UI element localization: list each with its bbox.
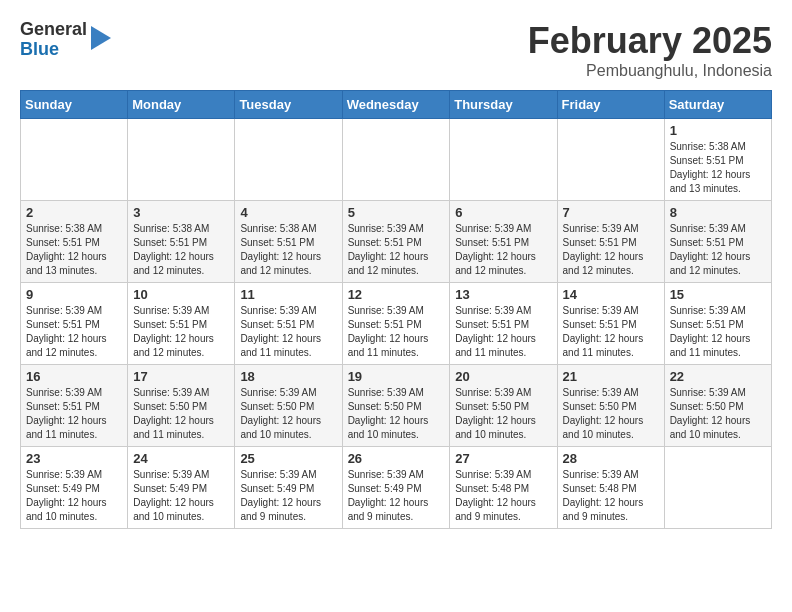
logo-general: General <box>20 20 87 40</box>
day-info: Sunrise: 5:38 AM Sunset: 5:51 PM Dayligh… <box>670 140 766 196</box>
calendar-cell: 3Sunrise: 5:38 AM Sunset: 5:51 PM Daylig… <box>128 201 235 283</box>
calendar-cell: 20Sunrise: 5:39 AM Sunset: 5:50 PM Dayli… <box>450 365 557 447</box>
calendar-cell: 24Sunrise: 5:39 AM Sunset: 5:49 PM Dayli… <box>128 447 235 529</box>
calendar-cell <box>557 119 664 201</box>
day-number: 22 <box>670 369 766 384</box>
day-info: Sunrise: 5:39 AM Sunset: 5:50 PM Dayligh… <box>240 386 336 442</box>
calendar-cell: 19Sunrise: 5:39 AM Sunset: 5:50 PM Dayli… <box>342 365 450 447</box>
day-info: Sunrise: 5:39 AM Sunset: 5:51 PM Dayligh… <box>670 222 766 278</box>
day-number: 2 <box>26 205 122 220</box>
day-number: 17 <box>133 369 229 384</box>
calendar-cell <box>128 119 235 201</box>
calendar-cell: 18Sunrise: 5:39 AM Sunset: 5:50 PM Dayli… <box>235 365 342 447</box>
day-number: 7 <box>563 205 659 220</box>
logo-text: General Blue <box>20 20 87 60</box>
calendar-table: SundayMondayTuesdayWednesdayThursdayFrid… <box>20 90 772 529</box>
day-number: 23 <box>26 451 122 466</box>
day-info: Sunrise: 5:39 AM Sunset: 5:50 PM Dayligh… <box>670 386 766 442</box>
day-number: 12 <box>348 287 445 302</box>
calendar-weekday-friday: Friday <box>557 91 664 119</box>
day-number: 18 <box>240 369 336 384</box>
day-info: Sunrise: 5:39 AM Sunset: 5:49 PM Dayligh… <box>133 468 229 524</box>
day-info: Sunrise: 5:39 AM Sunset: 5:51 PM Dayligh… <box>348 222 445 278</box>
calendar-week-row: 9Sunrise: 5:39 AM Sunset: 5:51 PM Daylig… <box>21 283 772 365</box>
day-info: Sunrise: 5:39 AM Sunset: 5:50 PM Dayligh… <box>348 386 445 442</box>
day-number: 6 <box>455 205 551 220</box>
day-number: 15 <box>670 287 766 302</box>
calendar-cell: 10Sunrise: 5:39 AM Sunset: 5:51 PM Dayli… <box>128 283 235 365</box>
day-number: 24 <box>133 451 229 466</box>
calendar-cell: 21Sunrise: 5:39 AM Sunset: 5:50 PM Dayli… <box>557 365 664 447</box>
day-number: 20 <box>455 369 551 384</box>
calendar-cell: 26Sunrise: 5:39 AM Sunset: 5:49 PM Dayli… <box>342 447 450 529</box>
calendar-cell: 11Sunrise: 5:39 AM Sunset: 5:51 PM Dayli… <box>235 283 342 365</box>
calendar-week-row: 1Sunrise: 5:38 AM Sunset: 5:51 PM Daylig… <box>21 119 772 201</box>
day-info: Sunrise: 5:39 AM Sunset: 5:50 PM Dayligh… <box>563 386 659 442</box>
day-number: 16 <box>26 369 122 384</box>
calendar-cell: 4Sunrise: 5:38 AM Sunset: 5:51 PM Daylig… <box>235 201 342 283</box>
day-number: 8 <box>670 205 766 220</box>
day-info: Sunrise: 5:39 AM Sunset: 5:51 PM Dayligh… <box>26 304 122 360</box>
calendar-cell: 13Sunrise: 5:39 AM Sunset: 5:51 PM Dayli… <box>450 283 557 365</box>
calendar-cell: 15Sunrise: 5:39 AM Sunset: 5:51 PM Dayli… <box>664 283 771 365</box>
calendar-cell: 12Sunrise: 5:39 AM Sunset: 5:51 PM Dayli… <box>342 283 450 365</box>
location: Pembuanghulu, Indonesia <box>528 62 772 80</box>
day-info: Sunrise: 5:38 AM Sunset: 5:51 PM Dayligh… <box>26 222 122 278</box>
calendar-cell: 28Sunrise: 5:39 AM Sunset: 5:48 PM Dayli… <box>557 447 664 529</box>
calendar-week-row: 23Sunrise: 5:39 AM Sunset: 5:49 PM Dayli… <box>21 447 772 529</box>
day-number: 4 <box>240 205 336 220</box>
calendar-cell: 1Sunrise: 5:38 AM Sunset: 5:51 PM Daylig… <box>664 119 771 201</box>
day-info: Sunrise: 5:39 AM Sunset: 5:51 PM Dayligh… <box>348 304 445 360</box>
calendar-weekday-sunday: Sunday <box>21 91 128 119</box>
calendar-weekday-thursday: Thursday <box>450 91 557 119</box>
page-header: General Blue February 2025 Pembuanghulu,… <box>20 20 772 80</box>
day-number: 27 <box>455 451 551 466</box>
calendar-cell: 17Sunrise: 5:39 AM Sunset: 5:50 PM Dayli… <box>128 365 235 447</box>
day-info: Sunrise: 5:39 AM Sunset: 5:48 PM Dayligh… <box>455 468 551 524</box>
day-number: 10 <box>133 287 229 302</box>
title-block: February 2025 Pembuanghulu, Indonesia <box>528 20 772 80</box>
day-info: Sunrise: 5:39 AM Sunset: 5:49 PM Dayligh… <box>240 468 336 524</box>
day-info: Sunrise: 5:38 AM Sunset: 5:51 PM Dayligh… <box>240 222 336 278</box>
logo-blue: Blue <box>20 40 87 60</box>
calendar-week-row: 16Sunrise: 5:39 AM Sunset: 5:51 PM Dayli… <box>21 365 772 447</box>
calendar-header-row: SundayMondayTuesdayWednesdayThursdayFrid… <box>21 91 772 119</box>
calendar-cell: 16Sunrise: 5:39 AM Sunset: 5:51 PM Dayli… <box>21 365 128 447</box>
calendar-cell <box>21 119 128 201</box>
logo: General Blue <box>20 20 111 60</box>
calendar-cell: 5Sunrise: 5:39 AM Sunset: 5:51 PM Daylig… <box>342 201 450 283</box>
calendar-cell <box>235 119 342 201</box>
calendar-cell: 25Sunrise: 5:39 AM Sunset: 5:49 PM Dayli… <box>235 447 342 529</box>
day-info: Sunrise: 5:39 AM Sunset: 5:50 PM Dayligh… <box>133 386 229 442</box>
day-info: Sunrise: 5:38 AM Sunset: 5:51 PM Dayligh… <box>133 222 229 278</box>
day-info: Sunrise: 5:39 AM Sunset: 5:49 PM Dayligh… <box>26 468 122 524</box>
calendar-cell: 2Sunrise: 5:38 AM Sunset: 5:51 PM Daylig… <box>21 201 128 283</box>
day-number: 21 <box>563 369 659 384</box>
day-info: Sunrise: 5:39 AM Sunset: 5:51 PM Dayligh… <box>26 386 122 442</box>
calendar-weekday-monday: Monday <box>128 91 235 119</box>
day-number: 9 <box>26 287 122 302</box>
day-number: 3 <box>133 205 229 220</box>
day-number: 19 <box>348 369 445 384</box>
day-number: 14 <box>563 287 659 302</box>
day-number: 28 <box>563 451 659 466</box>
calendar-weekday-wednesday: Wednesday <box>342 91 450 119</box>
day-info: Sunrise: 5:39 AM Sunset: 5:51 PM Dayligh… <box>670 304 766 360</box>
day-info: Sunrise: 5:39 AM Sunset: 5:48 PM Dayligh… <box>563 468 659 524</box>
logo-icon <box>91 26 111 50</box>
day-info: Sunrise: 5:39 AM Sunset: 5:51 PM Dayligh… <box>563 304 659 360</box>
day-number: 26 <box>348 451 445 466</box>
month-title: February 2025 <box>528 20 772 62</box>
calendar-cell <box>664 447 771 529</box>
day-info: Sunrise: 5:39 AM Sunset: 5:51 PM Dayligh… <box>240 304 336 360</box>
calendar-cell: 27Sunrise: 5:39 AM Sunset: 5:48 PM Dayli… <box>450 447 557 529</box>
day-number: 5 <box>348 205 445 220</box>
svg-marker-0 <box>91 26 111 50</box>
calendar-cell: 8Sunrise: 5:39 AM Sunset: 5:51 PM Daylig… <box>664 201 771 283</box>
calendar-cell: 7Sunrise: 5:39 AM Sunset: 5:51 PM Daylig… <box>557 201 664 283</box>
day-info: Sunrise: 5:39 AM Sunset: 5:51 PM Dayligh… <box>133 304 229 360</box>
calendar-cell: 9Sunrise: 5:39 AM Sunset: 5:51 PM Daylig… <box>21 283 128 365</box>
day-info: Sunrise: 5:39 AM Sunset: 5:49 PM Dayligh… <box>348 468 445 524</box>
day-number: 25 <box>240 451 336 466</box>
calendar-weekday-tuesday: Tuesday <box>235 91 342 119</box>
